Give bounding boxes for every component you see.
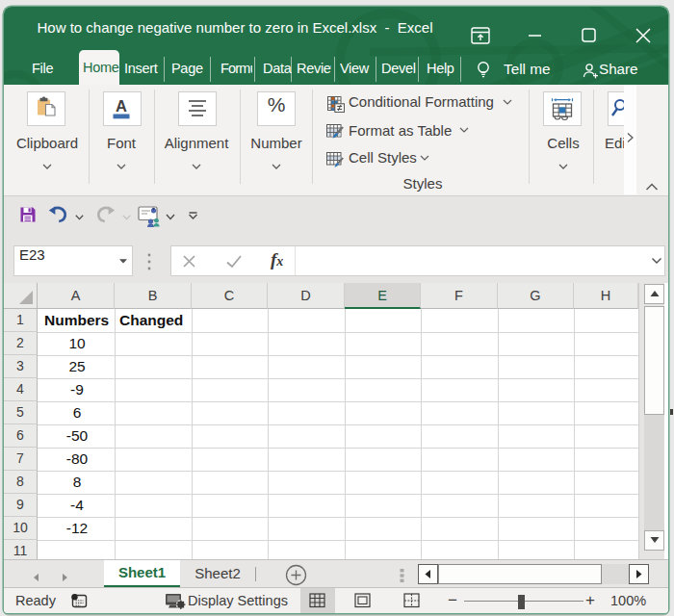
svg-text:A: A [116, 97, 127, 115]
